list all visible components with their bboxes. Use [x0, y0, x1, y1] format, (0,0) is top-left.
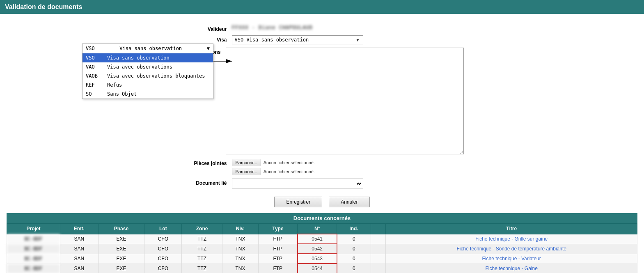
dropdown-option-vso[interactable]: VSO Visa sans observation — [83, 53, 213, 62]
cell-ind: 0 — [337, 264, 371, 273]
cell-lot: CFO — [144, 234, 182, 244]
piecejointes-label: Pièces jointes — [179, 159, 232, 166]
piecejointes-row: Pièces jointes Parcourir... Aucun fichie… — [179, 159, 466, 175]
browse-button-1[interactable]: Parcourir... — [232, 159, 261, 166]
col-emt: Emt. — [60, 224, 98, 234]
col-ind: Ind. — [337, 224, 371, 234]
col-projet: Projet — [7, 224, 60, 234]
col-niv: Niv. — [222, 224, 258, 234]
cell-zone: TTZ — [182, 234, 222, 244]
dropdown-header: VSO Visa sans observation ▼ — [83, 44, 213, 53]
col-zone: Zone — [182, 224, 222, 234]
option-code-vao: VAO — [86, 64, 102, 70]
col-extra — [371, 224, 386, 234]
table-body: BC-BDF SAN EXE CFO TTZ TNX FTP 0541 0 Fi… — [7, 234, 637, 273]
cell-titre[interactable]: Fiche technique - Sonde de température a… — [386, 244, 637, 254]
table-row: BC-BDF SAN EXE CFO TTZ TNX FTP 0542 0 Fi… — [7, 244, 637, 254]
option-code-vaob: VAOB — [86, 73, 102, 79]
cell-niv: TNX — [222, 254, 258, 264]
valideur-value: FFXXX - Diane CHAPOULAUD — [232, 25, 466, 30]
col-num: N° — [298, 224, 337, 234]
documents-table-section: Documents concernés Projet Emt. Phase Lo… — [7, 213, 637, 273]
valideur-text: FFXXX - Diane CHAPOULAUD — [232, 25, 313, 30]
cell-emt: SAN — [60, 244, 98, 254]
file-input-row-2: Parcourir... Aucun fichier sélectionné. — [232, 168, 466, 175]
cell-titre[interactable]: Fiche technique - Variateur — [386, 254, 637, 264]
file-status-1: Aucun fichier sélectionné. — [264, 160, 315, 165]
cell-ind: 0 — [337, 234, 371, 244]
dropdown-option-so[interactable]: SO Sans Objet — [83, 89, 213, 99]
main-content: Valideur FFXXX - Diane CHAPOULAUD Visa V… — [0, 14, 644, 273]
annuler-button[interactable]: Annuler — [329, 197, 369, 207]
option-label-vaob: Visa avec observations bloquantes — [107, 73, 205, 79]
observations-row: Observations — [172, 48, 472, 156]
documents-table: Projet Emt. Phase Lot Zone Niv. Type N° … — [7, 223, 637, 273]
document-lie-value — [232, 179, 466, 188]
cell-titre[interactable]: Fiche technique - Gaine — [386, 264, 637, 273]
cell-phase: EXE — [98, 244, 144, 254]
cell-extra — [371, 254, 386, 264]
cell-zone: TTZ — [182, 254, 222, 264]
cell-extra — [371, 234, 386, 244]
cell-lot: CFO — [144, 254, 182, 264]
cell-num: 0542 — [298, 244, 337, 254]
cell-phase: EXE — [98, 254, 144, 264]
cell-ind: 0 — [337, 254, 371, 264]
enregistrer-button[interactable]: Enregistrer — [274, 197, 322, 207]
piecejointes-section: Parcourir... Aucun fichier sélectionné. … — [232, 159, 466, 175]
cell-type: FTP — [259, 254, 298, 264]
visa-dropdown-container: VSO Visa sans observation VAO Visa avec … — [232, 35, 363, 44]
cell-niv: TNX — [222, 244, 258, 254]
cell-emt: SAN — [60, 264, 98, 273]
action-buttons: Enregistrer Annuler — [274, 197, 369, 207]
cell-emt: SAN — [60, 234, 98, 244]
col-titre: Titre — [386, 224, 637, 234]
table-header-row: Projet Emt. Phase Lot Zone Niv. Type N° … — [7, 224, 637, 234]
document-lie-select[interactable] — [232, 179, 363, 188]
page-title: Validation de documents — [0, 0, 644, 14]
cell-num: 0541 — [298, 234, 337, 244]
table-header: Projet Emt. Phase Lot Zone Niv. Type N° … — [7, 224, 637, 234]
browse-button-2[interactable]: Parcourir... — [232, 168, 261, 175]
document-lie-wrapper — [232, 179, 363, 188]
visa-row: Visa VSO Visa sans observation VAO Visa … — [179, 35, 466, 44]
option-code-so: SO — [86, 91, 102, 97]
dropdown-option-vao[interactable]: VAO Visa avec observations — [83, 62, 213, 71]
option-label-vao: Visa avec observations — [107, 64, 172, 70]
col-phase: Phase — [98, 224, 144, 234]
cell-projet: BC-BDF — [7, 234, 60, 244]
visa-select[interactable]: VSO Visa sans observation VAO Visa avec … — [232, 35, 363, 44]
dropdown-options-list: VSO Visa sans observation VAO Visa avec … — [83, 53, 213, 99]
cell-num: 0543 — [298, 254, 337, 264]
cell-type: FTP — [259, 244, 298, 254]
cell-niv: TNX — [222, 264, 258, 273]
valideur-row: Valideur FFXXX - Diane CHAPOULAUD — [179, 25, 466, 32]
cell-niv: TNX — [222, 234, 258, 244]
file-input-row-1: Parcourir... Aucun fichier sélectionné. — [232, 159, 466, 166]
cell-lot: CFO — [144, 264, 182, 273]
cell-num: 0544 — [298, 264, 337, 273]
observations-textarea[interactable] — [226, 48, 464, 154]
cell-projet: BC-BDF — [7, 254, 60, 264]
dropdown-option-ref[interactable]: REF Refus — [83, 80, 213, 89]
dropdown-option-vaob[interactable]: VAOB Visa avec observations bloquantes — [83, 71, 213, 80]
visa-label: Visa — [179, 35, 232, 43]
cell-zone: TTZ — [182, 244, 222, 254]
visa-dropdown-overlay: VSO Visa sans observation ▼ VSO Visa san… — [82, 44, 213, 99]
cell-phase: EXE — [98, 264, 144, 273]
cell-lot: CFO — [144, 244, 182, 254]
col-type: Type — [259, 224, 298, 234]
cell-phase: EXE — [98, 234, 144, 244]
file-status-2: Aucun fichier sélectionné. — [264, 169, 315, 174]
table-title: Documents concernés — [7, 213, 637, 223]
cell-extra — [371, 264, 386, 273]
cell-ind: 0 — [337, 244, 371, 254]
col-lot: Lot — [144, 224, 182, 234]
valideur-label: Valideur — [179, 25, 232, 32]
dropdown-current-code: VSO — [86, 46, 95, 51]
cell-titre[interactable]: Fiche technique - Grille sur gaine — [386, 234, 637, 244]
cell-type: FTP — [259, 264, 298, 273]
visa-select-wrapper: VSO Visa sans observation VAO Visa avec … — [232, 35, 466, 44]
cell-emt: SAN — [60, 254, 98, 264]
cell-extra — [371, 244, 386, 254]
